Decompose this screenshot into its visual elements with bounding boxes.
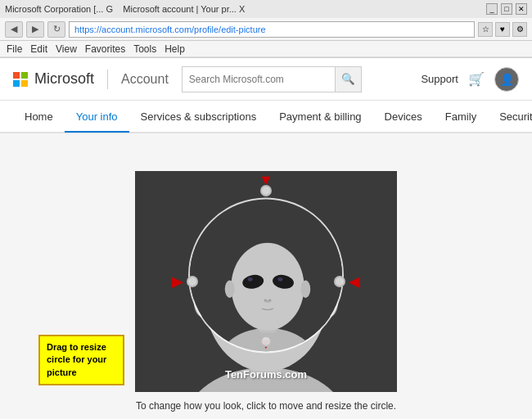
tab-services[interactable]: Services & subscriptions xyxy=(129,102,268,133)
svg-point-19 xyxy=(248,277,253,282)
address-input[interactable] xyxy=(69,21,475,38)
tab2-label[interactable]: Microsoft account | Your pr... X xyxy=(123,4,245,14)
refresh-button[interactable]: ↻ xyxy=(47,21,65,38)
title-bar: Microsoft Corporation [... G Microsoft a… xyxy=(0,0,532,18)
menu-view[interactable]: View xyxy=(56,43,77,55)
bottom-instruction: To change how you look, click to move an… xyxy=(136,400,396,412)
ms-sq-green xyxy=(21,72,28,79)
microsoft-label: Microsoft xyxy=(34,70,94,88)
address-bar: ◀ ▶ ↻ ☆ ♥ ⚙ xyxy=(0,18,532,41)
crop-circle-image xyxy=(190,199,344,353)
menu-edit[interactable]: Edit xyxy=(30,43,47,55)
svg-point-16 xyxy=(231,243,304,331)
tab-security[interactable]: Security & privacy xyxy=(488,102,532,133)
handle-top[interactable] xyxy=(260,185,272,196)
search-button[interactable]: 🔍 xyxy=(335,67,361,92)
logo-divider xyxy=(107,70,108,89)
header-right: Support 🛒 👤 xyxy=(421,67,519,92)
crop-circle[interactable] xyxy=(188,197,344,353)
forward-button[interactable]: ▶ xyxy=(26,21,44,38)
drag-tooltip-text: Drag to resize circle for your picture xyxy=(47,342,106,377)
arrow-left: ▶ xyxy=(172,274,183,289)
main-content: TenForums.com ▼ ▼ ▶ ◀ Drag to resize cir… xyxy=(0,133,532,419)
svg-point-20 xyxy=(277,277,282,282)
support-link[interactable]: Support xyxy=(421,73,458,85)
handle-left[interactable] xyxy=(187,276,198,287)
svg-point-22 xyxy=(264,299,267,301)
star-icon[interactable]: ☆ xyxy=(478,22,493,37)
address-icons: ☆ ♥ ⚙ xyxy=(478,22,527,37)
editor-wrapper: TenForums.com ▼ ▼ ▶ ◀ Drag to resize cir… xyxy=(135,171,397,392)
menu-file[interactable]: File xyxy=(7,43,22,55)
minimize-button[interactable]: _ xyxy=(486,3,498,15)
search-input[interactable] xyxy=(183,74,335,85)
handle-bottom[interactable] xyxy=(260,336,272,347)
settings-icon[interactable]: ⚙ xyxy=(512,22,527,37)
window-title: Microsoft Corporation [... G Microsoft a… xyxy=(5,4,245,14)
watermark: TenForums.com xyxy=(225,368,307,381)
menu-tools[interactable]: Tools xyxy=(133,43,156,55)
site-header: Microsoft Account 🔍 Support 🛒 👤 xyxy=(0,58,532,101)
search-box: 🔍 xyxy=(182,66,362,92)
tab-home[interactable]: Home xyxy=(13,102,65,133)
drag-tooltip: Drag to resize circle for your picture xyxy=(38,335,124,385)
close-button[interactable]: ✕ xyxy=(516,3,527,15)
bookmark-icon[interactable]: ♥ xyxy=(495,22,510,37)
ms-sq-blue xyxy=(13,80,20,87)
cart-icon[interactable]: 🛒 xyxy=(468,71,485,87)
ms-sq-yellow xyxy=(21,80,28,87)
tab1-label[interactable]: Microsoft Corporation [... G xyxy=(5,4,113,14)
menu-help[interactable]: Help xyxy=(165,43,185,55)
window-controls: _ □ ✕ xyxy=(486,3,527,15)
maximize-button[interactable]: □ xyxy=(501,3,512,15)
ms-sq-red xyxy=(13,72,20,79)
menu-favorites[interactable]: Favorites xyxy=(85,43,125,55)
microsoft-logo[interactable]: Microsoft xyxy=(13,70,94,88)
account-label: Account xyxy=(121,72,169,87)
handle-right[interactable] xyxy=(334,276,345,287)
svg-point-23 xyxy=(268,299,271,301)
tab-devices[interactable]: Devices xyxy=(373,102,434,133)
arrow-right: ◀ xyxy=(349,274,360,289)
tab-your-info[interactable]: Your info xyxy=(65,102,129,133)
editor-area[interactable]: TenForums.com ▼ ▼ ▶ ◀ xyxy=(135,171,397,392)
svg-point-25 xyxy=(300,281,310,298)
tab-payment[interactable]: Payment & billing xyxy=(268,102,372,133)
avatar[interactable]: 👤 xyxy=(494,67,519,92)
back-button[interactable]: ◀ xyxy=(5,21,23,38)
tab-family[interactable]: Family xyxy=(434,102,488,133)
ms-squares-icon xyxy=(13,72,28,87)
menu-bar: File Edit View Favorites Tools Help xyxy=(0,41,532,57)
nav-tabs: Home Your info Services & subscriptions … xyxy=(0,101,532,133)
svg-point-24 xyxy=(225,281,235,298)
